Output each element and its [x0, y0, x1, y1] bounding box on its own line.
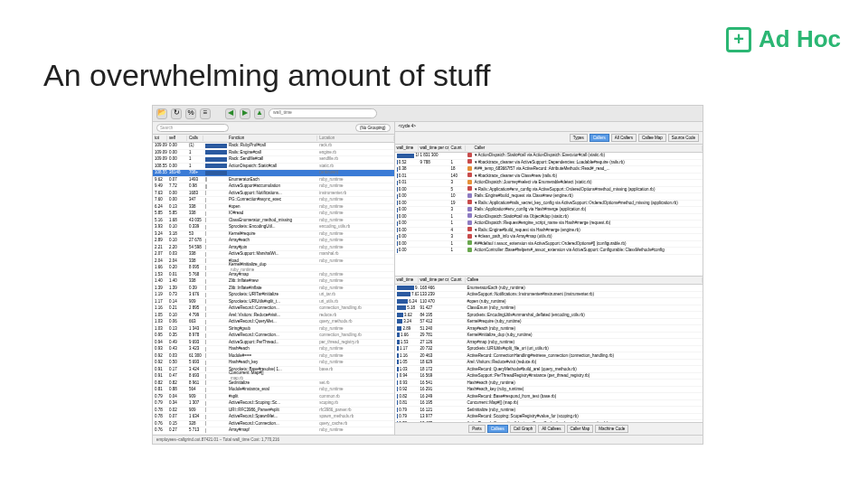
forward-icon[interactable]: ▶	[240, 108, 250, 119]
search-input[interactable]: Search	[156, 124, 229, 132]
table-row[interactable]: 108.550.001ActionDispatch::Static#callst…	[153, 164, 394, 171]
table-row[interactable]: 0.004▾ Rails::Engine#build_request via H…	[395, 228, 703, 235]
table-row[interactable]: 6.24110 470#open (ruby_runtime)	[395, 298, 703, 305]
table-row[interactable]: 1.160.212 895ActiveRecord::Connection...…	[153, 305, 394, 313]
table-row[interactable]: 0.001ActionDispatch::Static#call via Obj…	[395, 214, 703, 221]
table-row[interactable]: 1.5327 126Array#map (ruby_runtime)	[395, 339, 703, 346]
table-row[interactable]: 7.63133 239ActiveSupport::Notifications:…	[395, 292, 703, 299]
table-row[interactable]: 2.8951 240Array#each (ruby_runtime)	[395, 325, 703, 333]
table-row[interactable]: 0.780.071 634ActiveRecord::SpawnMet...sp…	[153, 414, 394, 421]
table-row[interactable]: 1.1620 463ActiveRecord::ConnectionHandli…	[395, 352, 703, 360]
col-wall-time[interactable]: wall_time	[395, 145, 419, 151]
table-row[interactable]: 0.820.828 961SetInitialize set.rb	[153, 380, 394, 388]
col-count[interactable]: Count	[449, 145, 466, 151]
col-caller[interactable]: Caller	[473, 145, 703, 151]
col-wall-time2[interactable]: wall_time	[395, 277, 419, 283]
table-row[interactable]: 0.810.88564Module#instance_evalruby_runt…	[153, 387, 394, 394]
col-count2[interactable]: Count	[449, 277, 466, 283]
tab-all-callers[interactable]: All Callers	[611, 134, 637, 142]
table-row[interactable]: 0.8116 195Concurrent::Map#[] (map.rb)	[395, 400, 703, 408]
table-row[interactable]: 0.3818#/##_temp_683667f57 via ActiveReco…	[395, 166, 703, 174]
bottom-tab-caller-map[interactable]: Caller Map	[567, 425, 594, 433]
table-row[interactable]: 9.497.720.98ActiveSupport#accumulationru…	[153, 183, 394, 191]
table-row[interactable]: 0.529 7881▾ #backtrace_cleaner via Activ…	[395, 160, 703, 167]
table-row[interactable]: 3.930.100.339Sprockets::EncodingUtil...e…	[153, 224, 394, 231]
bottom-tab-parts[interactable]: Parts	[468, 425, 486, 433]
col-self[interactable]: self	[167, 136, 187, 141]
table-row[interactable]: 2.212.2054 598Array#joinruby_runtime	[153, 245, 394, 252]
table-row[interactable]: 108.541 831 300▾ ActionDispatch::Static#…	[395, 153, 703, 160]
table-row[interactable]: 0.780.02909URI::RFC3986_Parser#splitrfc3…	[153, 408, 394, 415]
up-icon[interactable]: ▲	[254, 108, 265, 119]
table-row[interactable]: 108.5538148708+(unknown)	[153, 170, 394, 177]
table-row[interactable]: 0.001ActionController::Base#helpers#_ass…	[395, 248, 703, 255]
table-row[interactable]: 1.660.208 095Kernel#initialize_dup ruby_…	[153, 265, 394, 272]
table-row[interactable]: 0.003▾ #clean_path_info via Array#map (u…	[395, 234, 703, 241]
tree-icon[interactable]: ≡	[200, 108, 211, 119]
col-calls[interactable]: Calls	[187, 136, 203, 141]
tab-callee-map[interactable]: Callee Map	[638, 134, 666, 142]
table-row[interactable]: 1.190.733 676Sprockets::URITar#initializ…	[153, 292, 394, 299]
table-row[interactable]: 7.630.001683ActiveSupport::Notifications…	[153, 191, 394, 198]
table-row[interactable]: 9.620.071493EnumeratorEach ruby_runtime	[153, 177, 394, 184]
bottom-tab-callees[interactable]: Callees	[487, 425, 508, 433]
table-row[interactable]: 0.9216 291Hash#each_key (ruby_runtime)	[395, 387, 703, 394]
table-row[interactable]: 3.6284 195Sprockets::EncodingUtils#unmar…	[395, 312, 703, 319]
table-row[interactable]: 1.030.131 343String#gsubruby_runtime	[153, 326, 394, 333]
table-row[interactable]: 0.790.04909#splitcommon.rb	[153, 394, 394, 401]
table-row[interactable]: 0.910.478 693Concurrent::Map#[] map.rb	[153, 373, 394, 380]
table-row[interactable]: 5.855.85338IO#readruby_runtime	[153, 211, 394, 218]
table-row[interactable]: 0.930.433 423Hash#each ruby_runtime	[153, 346, 394, 353]
table-row[interactable]: 109.090.001Rack::Sendfile#callsendfile.r…	[153, 156, 394, 164]
table-row[interactable]: 7.600.00347PG::Connection#async_execruby…	[153, 197, 394, 204]
percent-icon[interactable]: %	[185, 108, 196, 119]
col-per-call2[interactable]: wall_time per call	[419, 277, 449, 283]
table-row[interactable]: 1.401.40338Zlib::Inflate#newruby_runtime	[153, 278, 394, 286]
table-row[interactable]: 6.240.13338#open ruby_runtime	[153, 204, 394, 211]
table-row[interactable]: 1.0318 172ActiveRecord::QueryMethods#bui…	[395, 366, 703, 373]
bottom-tab-all-callees[interactable]: All Callees	[538, 425, 564, 433]
table-row[interactable]: 1.391.390.39Zlib::Inflate#inflateruby_ru…	[153, 286, 394, 293]
table-row[interactable]: 1.170.14909Sprockets::URIUtils#split_t..…	[153, 299, 394, 306]
table-row[interactable]: 3.243.1853Kernel#require ruby_runtime	[153, 231, 394, 239]
table-row[interactable]: 0.7913 977ActiveRecord::Scoping::ScopeRe…	[395, 414, 703, 421]
tab-source-code[interactable]: Source Code	[668, 134, 699, 142]
grouping-select[interactable]: (No Grouping)	[355, 124, 391, 132]
table-row[interactable]: 5.1891 427ClassEnum (ruby_runtime)	[395, 305, 703, 313]
tab-types[interactable]: Types	[570, 134, 588, 142]
table-row[interactable]: 0.760.275 713Array#map! ruby_runtime	[153, 427, 394, 435]
table-row[interactable]: 0.9316 541Hash#each (ruby_runtime)	[395, 380, 703, 387]
toolbar-search[interactable]: wall_time	[269, 108, 377, 118]
reload-icon[interactable]: ↻	[171, 108, 182, 119]
col-loc[interactable]: Location	[317, 136, 393, 141]
table-row[interactable]: 0.0010Rails::Engine#build_request via Cl…	[395, 193, 703, 201]
table-row[interactable]: 0.920.505 693Hash#each_key ruby_runtime	[153, 360, 394, 367]
table-row[interactable]: 3.2457 412Kernel#require (ruby_runtime)	[395, 319, 703, 326]
table-row[interactable]: 1.030.06663ActiveRecord::QueryMet...quer…	[153, 319, 394, 326]
bottom-tab-call-graph[interactable]: Call Graph	[510, 425, 537, 433]
open-icon[interactable]: 📂	[156, 108, 167, 119]
table-row[interactable]: 0.940.499 693ActiveSupport::PerThread...…	[153, 340, 394, 347]
table-row[interactable]: 2.890.1027 678Array#each ruby_runtime	[153, 238, 394, 245]
table-row[interactable]: 0.005▾ Rails::Application#env_config via…	[395, 187, 703, 194]
table-row[interactable]: 109.090.001Rails::Engine#callengine.rb	[153, 150, 394, 157]
table-row[interactable]: 1.530.015 768Array#map ruby_runtime	[153, 272, 394, 279]
table-row[interactable]: 0.013ActionDispatch::Journey#select via …	[395, 180, 703, 187]
tab-callers[interactable]: Callers	[590, 134, 609, 142]
table-row[interactable]: 0.001ActionDispatch::Request#engine_scri…	[395, 221, 703, 228]
table-row[interactable]: 2.070.03338ActiveSupport::MarshalWi...ma…	[153, 251, 394, 258]
table-row[interactable]: 5.161.6843 035ClassEnumerator_method_mis…	[153, 218, 394, 225]
col-per-call[interactable]: wall_time per call	[419, 145, 449, 151]
col-tot[interactable]: tot	[153, 136, 167, 141]
table-row[interactable]: 0.0019▾ Rails::Application#rails_secret_…	[395, 201, 703, 208]
table-row[interactable]: 0.760.15328ActiveRecord::Connection...qu…	[153, 421, 394, 428]
table-row[interactable]: 0.01140▾ #backtrace_cleaner via Class#ne…	[395, 174, 703, 181]
table-row[interactable]: 0.950.358 978ActiveRecord::Connection...…	[153, 333, 394, 340]
table-row[interactable]: 9.62168 466EnumeratorEach (ruby_runtime)	[395, 285, 703, 292]
bottom-tab-machine-code[interactable]: Machine Code	[595, 425, 628, 433]
table-row[interactable]: 0.8216 249ActiveRecord::Base#respond_fro…	[395, 393, 703, 400]
table-row[interactable]: 0.790.341 307ActiveRecord::Scoping::Sc..…	[153, 400, 394, 408]
table-row[interactable]: 1.0518 629Arel::Visitors::Reduce#visit (…	[395, 360, 703, 367]
table-row[interactable]: 0.7916 121SetInitialize (ruby_runtime)	[395, 407, 703, 414]
col-callee[interactable]: Callee	[466, 277, 703, 283]
